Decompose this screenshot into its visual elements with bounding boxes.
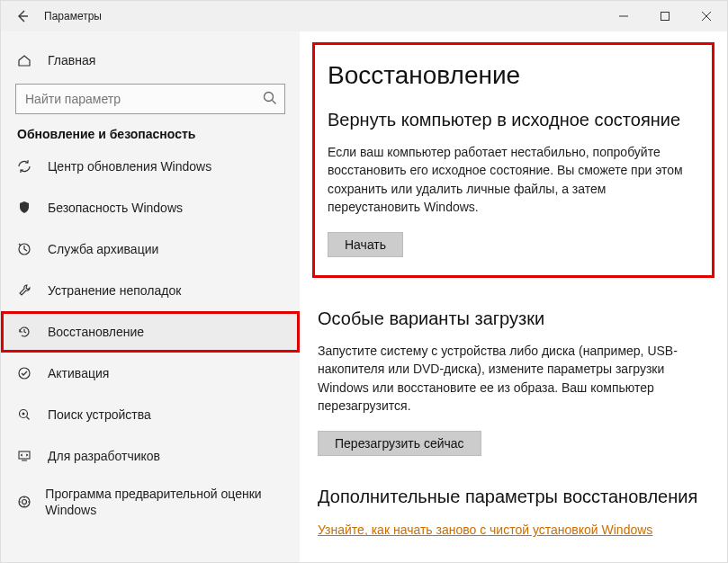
maximize-button[interactable] bbox=[644, 1, 686, 31]
more-heading: Дополнительные параметры восстановления bbox=[318, 487, 709, 507]
sidebar-home-label: Главная bbox=[48, 53, 95, 67]
sidebar-item-label: Поиск устройства bbox=[48, 407, 151, 422]
sidebar-item-label: Программа предварительной оценки Windows bbox=[45, 486, 283, 518]
sidebar-item-label: Восстановление bbox=[48, 325, 144, 339]
restart-now-button[interactable]: Перезагрузить сейчас bbox=[318, 431, 481, 456]
sidebar-item-insider[interactable]: Программа предварительной оценки Windows bbox=[1, 477, 300, 527]
check-icon bbox=[17, 366, 37, 380]
titlebar: Параметры bbox=[1, 1, 727, 31]
settings-window: Параметры Главная bbox=[1, 1, 727, 562]
wrench-icon bbox=[17, 283, 37, 298]
advanced-heading: Особые варианты загрузки bbox=[318, 308, 709, 329]
reset-heading: Вернуть компьютер в исходное состояние bbox=[328, 110, 699, 130]
maximize-icon bbox=[661, 12, 670, 21]
minimize-icon bbox=[619, 12, 628, 21]
reset-text: Если ваш компьютер работает нестабильно,… bbox=[328, 143, 699, 216]
section-reset: Восстановление Вернуть компьютер в исход… bbox=[312, 42, 715, 278]
svg-point-3 bbox=[19, 368, 30, 379]
search-wrap bbox=[15, 84, 285, 114]
page-title: Восстановление bbox=[328, 61, 699, 90]
sidebar-item-backup[interactable]: Служба архивации bbox=[1, 228, 300, 270]
sync-icon bbox=[17, 159, 37, 174]
sidebar-item-security[interactable]: Безопасность Windows bbox=[1, 187, 300, 228]
section-advanced-startup: Особые варианты загрузки Запустите систе… bbox=[318, 308, 709, 456]
sidebar-item-find-device[interactable]: Поиск устройства bbox=[1, 394, 300, 435]
search-input[interactable] bbox=[15, 84, 285, 114]
sidebar-group-title: Обновление и безопасность bbox=[1, 127, 300, 146]
sidebar-item-developers[interactable]: Для разработчиков bbox=[1, 435, 300, 477]
minimize-button[interactable] bbox=[603, 1, 644, 31]
sidebar-item-update[interactable]: Центр обновления Windows bbox=[1, 146, 300, 187]
reset-start-button[interactable]: Начать bbox=[328, 232, 403, 257]
sidebar-item-activation[interactable]: Активация bbox=[1, 353, 300, 394]
close-icon bbox=[702, 12, 711, 21]
developer-icon bbox=[17, 449, 37, 463]
content-pane: Восстановление Вернуть компьютер в исход… bbox=[300, 31, 727, 562]
find-icon bbox=[17, 407, 37, 422]
sidebar: Главная Обновление и безопасность Центр … bbox=[1, 31, 300, 562]
sidebar-item-recovery[interactable]: Восстановление bbox=[1, 311, 300, 353]
advanced-text: Запустите систему с устройства либо диск… bbox=[318, 342, 709, 415]
svg-point-1 bbox=[265, 93, 274, 102]
section-more-options: Дополнительные параметры восстановления … bbox=[318, 487, 709, 538]
sidebar-home[interactable]: Главная bbox=[1, 42, 300, 78]
svg-point-5 bbox=[22, 413, 25, 416]
sidebar-item-label: Служба архивации bbox=[48, 242, 158, 256]
arrow-left-icon bbox=[15, 9, 30, 23]
window-title: Параметры bbox=[44, 10, 102, 22]
sidebar-item-label: Для разработчиков bbox=[48, 449, 160, 463]
sidebar-item-label: Безопасность Windows bbox=[48, 201, 183, 215]
sidebar-item-label: Центр обновления Windows bbox=[48, 159, 211, 174]
close-button[interactable] bbox=[686, 1, 727, 31]
insider-icon bbox=[17, 495, 34, 509]
back-button[interactable] bbox=[1, 9, 44, 23]
home-icon bbox=[17, 53, 37, 67]
shield-icon bbox=[17, 201, 37, 215]
history-icon bbox=[17, 325, 37, 339]
sidebar-item-label: Активация bbox=[48, 366, 109, 380]
search-icon bbox=[262, 90, 278, 106]
sidebar-item-troubleshoot[interactable]: Устранение неполадок bbox=[1, 270, 300, 311]
svg-rect-0 bbox=[661, 13, 670, 21]
backup-icon bbox=[17, 242, 37, 256]
fresh-start-link[interactable]: Узнайте, как начать заново с чистой уста… bbox=[318, 523, 652, 537]
svg-point-8 bbox=[22, 500, 27, 505]
sidebar-item-label: Устранение неполадок bbox=[48, 283, 181, 298]
